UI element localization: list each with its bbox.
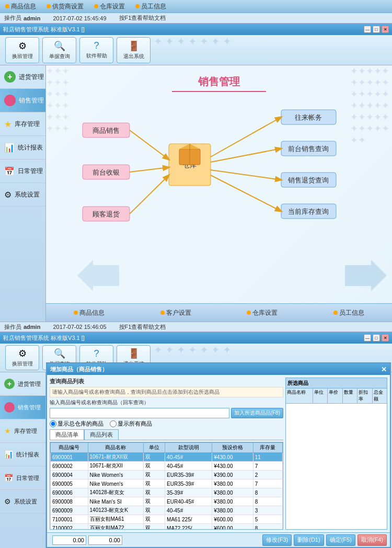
table-row[interactable]: 690000110671-耐克XII双双40-45#¥430.0011 [51,453,283,462]
table-cell[interactable]: 双 [144,515,165,524]
bottom-nav-products[interactable]: 商品信息 [74,309,105,317]
table-cell[interactable]: Nike Women's [88,480,144,488]
tab-product-summary[interactable]: 商品清单 [50,429,84,440]
sidebar-item-reports[interactable]: 📊 统计报表 [0,136,45,159]
radio-all-products-input[interactable] [110,420,117,427]
table-cell[interactable]: 6900008 [51,497,88,506]
sidebar-item-inventory[interactable]: ★ 库存管理 [0,112,45,136]
sidebar2-item-settings[interactable]: ⚙ 系统设置 [0,490,45,513]
table-cell[interactable]: 双 [144,471,165,480]
table-cell[interactable]: ¥600.00 [212,515,253,524]
tab-product-list[interactable]: 商品列表 [84,429,119,440]
sidebar-item-sales[interactable]: 销售管理 [0,89,45,112]
sidebar2-item-inventory[interactable]: ★ 库存管理 [0,419,45,443]
edit-button[interactable]: 修改(F3) [262,534,292,546]
table-cell[interactable]: 8 [253,488,282,497]
bottom-nav-staff[interactable]: 员工信息 [333,309,364,317]
table-cell[interactable]: EUR35-39# [165,471,212,480]
minimize-button-2[interactable]: — [364,334,371,341]
table-cell[interactable]: ¥430.00 [212,453,253,462]
table-row[interactable]: 6900006140128-耐克女双35-39#¥380.008 [51,488,283,497]
table-cell[interactable]: 7 [253,462,282,471]
nav-item-warehouse[interactable]: 仓库设置 [94,2,125,11]
table-cell[interactable]: 40-45# [165,462,212,471]
bottom-nav-warehouse[interactable]: 仓库设置 [247,309,278,317]
table-cell[interactable]: 10671-耐克XII双 [88,453,144,462]
table-cell[interactable]: ¥600.00 [212,524,253,530]
table-cell[interactable]: 6900002 [51,462,88,471]
table-cell[interactable]: ¥380.00 [212,497,253,506]
product-search-input[interactable] [50,408,229,418]
sidebar-item-settings[interactable]: ⚙ 系统设置 [0,183,45,207]
maximize-button-2[interactable]: □ [373,334,380,341]
nav-item-supplier[interactable]: 供货商设置 [47,2,84,11]
table-cell[interactable]: ¥380.00 [212,480,253,488]
sidebar2-item-daily[interactable]: 📅 日常管理 [0,466,45,490]
table-row[interactable]: 7100001百丽女鞋MA61双MA61 225/¥600.005 [51,515,283,524]
table-cell[interactable]: 双 [144,497,165,506]
close-button[interactable]: ✕ [382,26,389,33]
table-cell[interactable]: 40-45# [165,453,212,462]
table-cell[interactable]: 6900001 [51,453,88,462]
nav-item-staff[interactable]: 员工信息 [135,2,166,11]
table-cell[interactable]: 140123-耐克女K [88,506,144,515]
maximize-button[interactable]: □ [373,26,380,33]
radio-all-products[interactable]: 显示所有商品 [110,420,152,428]
table-cell[interactable]: 7100002 [51,524,88,530]
table-cell[interactable]: 双 [144,506,165,515]
table-cell[interactable]: 双 [144,524,165,530]
table-cell[interactable]: 8 [253,497,282,506]
table-cell[interactable]: 40-45# [165,506,212,515]
table-row[interactable]: 6900008Nike Man's SI双EUR40-45#¥380.008 [51,497,283,506]
software-help-button[interactable]: ? 软件帮助 [79,37,113,63]
exit-system-button[interactable]: 🚪 退出系统 [117,37,151,63]
sidebar2-item-reports[interactable]: 📊 统计报表 [0,443,45,466]
order-query-button[interactable]: 🔍 单据查询 [42,37,76,63]
table-cell[interactable]: 7 [253,480,282,488]
table-cell[interactable]: EUR35-39# [165,480,212,488]
table-row[interactable]: 6900004Nike Women's双EUR35-39#¥390.002 [51,471,283,480]
table-cell[interactable]: ¥430.00 [212,462,253,471]
confirm-button[interactable]: 确定(F5) [326,534,355,546]
table-cell[interactable]: EUR40-45# [165,497,212,506]
sidebar2-item-sales[interactable]: 销售管理 [0,396,45,419]
nav-item-products[interactable]: 商品信息 [5,2,36,11]
radio-total-warehouse-input[interactable] [50,420,56,427]
add-selected-product-button[interactable]: 加入所选商品品(F8) [231,408,283,418]
product-list-table[interactable]: 商品编号 商品名称 单位 款型说明 预设价格 库存量 690000110671-… [50,442,283,530]
table-cell[interactable]: 6900009 [51,506,88,515]
table-cell[interactable]: 10671-耐克XII [88,462,144,471]
table-cell[interactable]: ¥390.00 [212,471,253,480]
delete-button[interactable]: 删除(D1) [294,534,324,546]
table-cell[interactable]: 双 [144,480,165,488]
table-cell[interactable]: 3 [253,506,282,515]
table-cell[interactable]: 百丽女鞋MA61 [88,515,144,524]
minimize-button[interactable]: — [364,26,371,33]
table-cell[interactable]: 双 [144,453,165,462]
table-cell[interactable]: 11 [253,453,282,462]
cancel-button[interactable]: 取消(F4) [358,534,387,546]
close-button-2[interactable]: ✕ [382,334,389,341]
sidebar-item-purchase[interactable]: + 进货管理 [0,65,45,89]
table-row[interactable]: 7100002百丽女鞋MA72双MA72 225/¥600.008 [51,524,283,530]
shift-management-button-2[interactable]: ⚙ 换班管理 [5,345,39,370]
table-cell[interactable]: 6900006 [51,488,88,497]
table-cell[interactable]: Nike Man's SI [88,497,144,506]
table-cell[interactable]: MA61 225/ [165,515,212,524]
table-cell[interactable]: ¥380.00 [212,506,253,515]
table-cell[interactable]: 5 [253,515,282,524]
table-row[interactable]: 6900005Nike Women's双EUR35-39#¥380.007 [51,480,283,488]
table-cell[interactable]: 35-39# [165,488,212,497]
table-cell[interactable]: 双 [144,488,165,497]
table-cell[interactable]: 140128-耐克女 [88,488,144,497]
dialog-close-button[interactable]: ✕ [381,366,387,373]
sidebar-item-daily[interactable]: 📅 日常管理 [0,159,45,183]
table-cell[interactable]: 2 [253,471,282,480]
table-cell[interactable]: ¥380.00 [212,488,253,497]
bottom-nav-customers[interactable]: 客户设置 [160,309,191,317]
shift-management-button[interactable]: ⚙ 换班管理 [5,37,39,63]
table-cell[interactable]: 6900005 [51,480,88,488]
table-cell[interactable]: MA72 225/ [165,524,212,530]
table-cell[interactable]: 7100001 [51,515,88,524]
table-cell[interactable]: 百丽女鞋MA72 [88,524,144,530]
